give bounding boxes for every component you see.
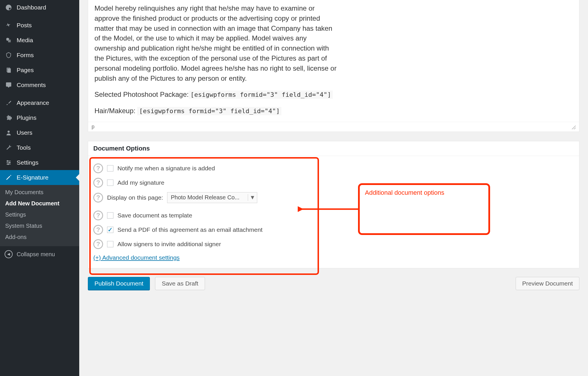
sidebar-label: Tools (17, 144, 31, 151)
sidebar-label: E-Signature (17, 174, 49, 181)
sidebar-label: Pages (17, 67, 34, 74)
sidebar-item-users[interactable]: Users (0, 125, 79, 140)
package-shortcode: [esigwpforms formid="3" field_id="4"] (189, 90, 333, 99)
collapse-label: Collapse menu (17, 251, 55, 258)
sidebar-label: Forms (17, 52, 34, 59)
hairmakeup-shortcode: [esigwpforms formid="3" field_id="4"] (137, 107, 281, 115)
annotation-text: Additional document options (365, 189, 444, 196)
forms-icon (5, 51, 13, 59)
user-icon (5, 129, 13, 137)
sidebar-label: Media (17, 37, 33, 44)
chevron-down-icon: ▼ (248, 194, 257, 201)
advanced-settings-link[interactable]: (+) Advanced document settings (93, 254, 180, 261)
svg-rect-2 (8, 69, 11, 72)
action-buttons: Publish Document Save as Draft Preview D… (88, 277, 579, 290)
document-options-box: Document Options ? Notify me when a sign… (88, 141, 579, 268)
sidebar-item-settings[interactable]: Settings (0, 155, 79, 170)
select-value: Photo Model Release Co... (167, 194, 248, 201)
resize-handle[interactable] (570, 124, 576, 129)
publish-button[interactable]: Publish Document (88, 277, 150, 290)
wrench-icon (5, 144, 13, 152)
plugin-icon (5, 114, 13, 122)
editor-content[interactable]: Model hereby relinquishes any right that… (88, 0, 579, 122)
help-icon[interactable]: ? (93, 178, 103, 188)
submenu-addons[interactable]: Add-ons (0, 232, 79, 243)
editor-body-text: Model hereby relinquishes any right that… (94, 3, 339, 83)
comments-icon (5, 81, 13, 89)
sidebar-label: Settings (17, 159, 38, 166)
sidebar-label: Users (17, 129, 32, 136)
help-icon[interactable]: ? (93, 239, 103, 249)
submenu-my-documents[interactable]: My Documents (0, 187, 79, 198)
annotation-callout: Additional document options (358, 183, 490, 235)
sidebar-submenu: My Documents Add New Document Settings S… (0, 185, 79, 246)
sidebar-item-pages[interactable]: Pages (0, 63, 79, 78)
submenu-settings[interactable]: Settings (0, 209, 79, 220)
sidebar-label: Posts (17, 22, 32, 29)
brush-icon (5, 99, 13, 107)
help-icon[interactable]: ? (93, 193, 103, 203)
notify-label: Notify me when a signature is added (117, 165, 215, 172)
option-allow-invite-row: ? Allow signers to invite additional sig… (93, 237, 574, 251)
option-save-template-row: ? Save document as template (93, 208, 574, 223)
sidebar-item-esignature[interactable]: E-Signature (0, 170, 79, 185)
help-icon[interactable]: ? (93, 225, 103, 235)
send-pdf-label: Send a PDF of this agreement as an email… (117, 226, 262, 233)
save-template-checkbox[interactable] (107, 212, 113, 219)
save-template-label: Save document as template (117, 212, 192, 219)
submenu-add-new-document[interactable]: Add New Document (0, 198, 79, 209)
sidebar-label: Plugins (17, 114, 36, 121)
allow-invite-label: Allow signers to invite additional signe… (117, 241, 221, 248)
svg-point-0 (6, 38, 9, 41)
sliders-icon (5, 159, 13, 167)
editor-box: Model hereby relinquishes any right that… (88, 0, 579, 132)
pages-icon (5, 66, 13, 74)
sidebar-item-dashboard[interactable]: Dashboard (0, 0, 79, 15)
document-options-title: Document Options (88, 141, 579, 156)
help-icon[interactable]: ? (93, 211, 103, 220)
notify-checkbox[interactable] (107, 165, 113, 171)
add-signature-label: Add my signature (117, 179, 164, 186)
svg-point-6 (7, 164, 9, 165)
save-draft-button[interactable]: Save as Draft (155, 277, 205, 290)
admin-sidebar: Dashboard Posts Media Forms Pages Commen… (0, 0, 79, 376)
svg-point-4 (7, 161, 8, 162)
sidebar-item-posts[interactable]: Posts (0, 18, 79, 33)
sidebar-item-media[interactable]: Media (0, 33, 79, 48)
pin-icon (5, 21, 13, 29)
dashboard-icon (5, 3, 13, 11)
sidebar-label: Comments (17, 82, 46, 88)
option-display-page-row: ? Display on this page: Photo Model Rele… (93, 190, 574, 205)
help-icon[interactable]: ? (93, 163, 103, 173)
media-icon (5, 36, 13, 44)
editor-path[interactable]: p (92, 124, 94, 130)
allow-invite-checkbox[interactable] (107, 241, 113, 247)
option-add-signature-row: ? Add my signature (93, 176, 574, 190)
sidebar-item-plugins[interactable]: Plugins (0, 110, 79, 125)
display-page-select[interactable]: Photo Model Release Co... ▼ (167, 192, 257, 203)
sidebar-item-appearance[interactable]: Appearance (0, 95, 79, 110)
option-send-pdf-row: ? ✓ Send a PDF of this agreement as an e… (93, 223, 574, 237)
package-label: Selected Photoshoot Package: (94, 90, 189, 98)
sidebar-item-forms[interactable]: Forms (0, 48, 79, 63)
sidebar-label: Appearance (17, 99, 49, 106)
collapse-icon: ◄ (5, 250, 13, 258)
option-notify-row: ? Notify me when a signature is added (93, 161, 574, 176)
add-signature-checkbox[interactable] (107, 180, 113, 186)
sidebar-label: Dashboard (17, 4, 46, 11)
collapse-menu-button[interactable]: ◄ Collapse menu (0, 246, 79, 262)
sidebar-item-tools[interactable]: Tools (0, 140, 79, 155)
send-pdf-checkbox[interactable]: ✓ (107, 227, 113, 233)
svg-point-3 (7, 131, 9, 133)
preview-button[interactable]: Preview Document (516, 277, 579, 290)
svg-point-5 (9, 162, 10, 163)
pen-icon (5, 173, 13, 182)
editor-status-bar: p (88, 122, 579, 132)
main-content: Model hereby relinquishes any right that… (79, 0, 588, 376)
display-page-label: Display on this page: (107, 194, 163, 201)
sidebar-item-comments[interactable]: Comments (0, 78, 79, 92)
hairmakeup-label: Hair/Makeup: (94, 107, 137, 115)
submenu-system-status[interactable]: System Status (0, 220, 79, 232)
